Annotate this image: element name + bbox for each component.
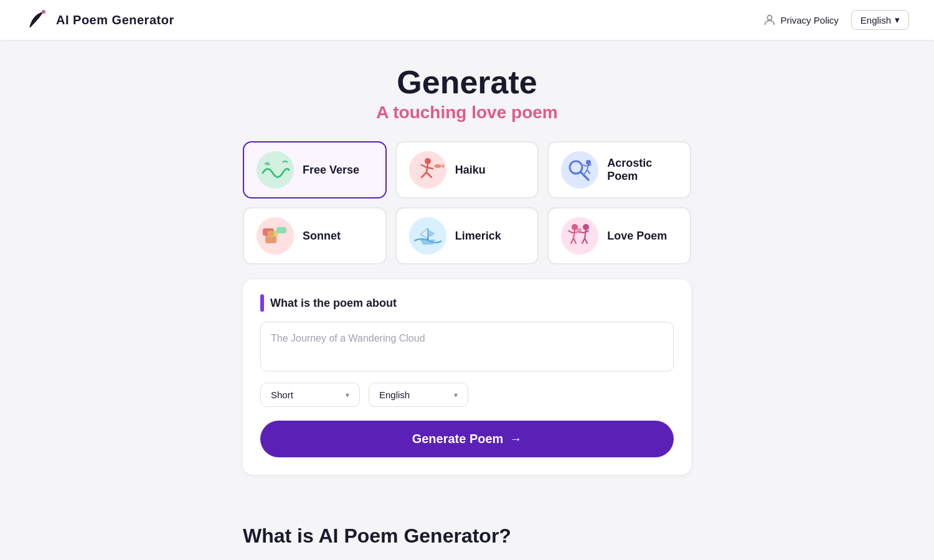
svg-point-3 — [409, 151, 446, 189]
hero-title: Generate — [243, 65, 691, 100]
about-description: AI Poem Generator is a free online poetr… — [243, 558, 691, 560]
poem-type-grid: Free Verse Haiku — [243, 141, 691, 264]
free-verse-illustration — [257, 151, 294, 189]
haiku-label: Haiku — [455, 164, 486, 177]
haiku-illustration — [409, 151, 446, 189]
poem-type-free-verse[interactable]: Free Verse — [243, 141, 387, 198]
limerick-illustration — [409, 217, 446, 254]
sonnet-label: Sonnet — [303, 230, 341, 243]
hero-section: Generate A touching love poem — [243, 65, 691, 123]
svg-rect-18 — [268, 231, 278, 237]
svg-point-0 — [42, 10, 45, 14]
language-dropdown[interactable]: English ▾ — [851, 10, 909, 30]
main-content: Generate A touching love poem Free Verse — [230, 40, 704, 512]
chevron-down-icon: ▾ — [454, 391, 458, 399]
limerick-label: Limerick — [455, 230, 501, 243]
logo-icon — [25, 7, 50, 32]
svg-point-11 — [561, 151, 598, 189]
generate-poem-button[interactable]: Generate Poem → — [260, 421, 674, 457]
svg-point-22 — [561, 217, 598, 254]
poem-type-acrostic[interactable]: Acrostic Poem — [547, 141, 691, 198]
generate-button-label: Generate Poem — [412, 432, 504, 446]
section-label-text: What is the poem about — [270, 297, 397, 310]
poem-type-love[interactable]: Love Poem — [547, 207, 691, 264]
arrow-right-icon: → — [509, 432, 522, 446]
svg-point-10 — [434, 164, 441, 168]
length-select[interactable]: Short ▾ — [260, 383, 360, 407]
logo-text: AI Poem Generator — [56, 13, 174, 27]
navbar: AI Poem Generator Privacy Policy English… — [0, 0, 934, 40]
sonnet-illustration — [257, 217, 294, 254]
poem-type-sonnet[interactable]: Sonnet — [243, 207, 387, 264]
label-bar — [260, 294, 264, 312]
privacy-policy-link[interactable]: Privacy Policy — [763, 13, 838, 27]
hero-subtitle: A touching love poem — [243, 103, 691, 123]
user-shield-icon — [763, 13, 776, 27]
love-illustration — [561, 217, 598, 254]
poem-textarea[interactable]: The Journey of a Wandering Cloud — [260, 322, 674, 371]
privacy-policy-label: Privacy Policy — [780, 15, 838, 26]
section-label: What is the poem about — [260, 294, 674, 312]
poem-about-section: What is the poem about The Journey of a … — [243, 279, 691, 475]
navbar-right: Privacy Policy English ▾ — [763, 10, 909, 30]
poem-options-row: Short ▾ English ▾ — [260, 383, 674, 407]
love-label: Love Poem — [607, 230, 667, 243]
language-dropdown-label: English — [861, 15, 891, 26]
chevron-down-icon: ▾ — [346, 391, 349, 399]
logo: AI Poem Generator — [25, 7, 174, 32]
svg-point-24 — [583, 224, 589, 230]
svg-rect-19 — [276, 227, 286, 233]
length-select-label: Short — [271, 390, 293, 400]
poem-type-haiku[interactable]: Haiku — [395, 141, 539, 198]
poem-type-limerick[interactable]: Limerick — [395, 207, 539, 264]
chevron-down-icon: ▾ — [895, 14, 900, 26]
about-title: What is AI Poem Generator? — [243, 525, 691, 548]
svg-point-1 — [768, 16, 772, 20]
acrostic-illustration — [561, 151, 598, 189]
acrostic-label: Acrostic Poem — [607, 157, 677, 183]
about-section: What is AI Poem Generator? AI Poem Gener… — [230, 512, 704, 560]
svg-point-4 — [425, 158, 431, 164]
free-verse-label: Free Verse — [303, 164, 359, 177]
svg-point-14 — [586, 160, 591, 165]
language-select-label: English — [379, 390, 410, 400]
language-select[interactable]: English ▾ — [369, 383, 468, 407]
